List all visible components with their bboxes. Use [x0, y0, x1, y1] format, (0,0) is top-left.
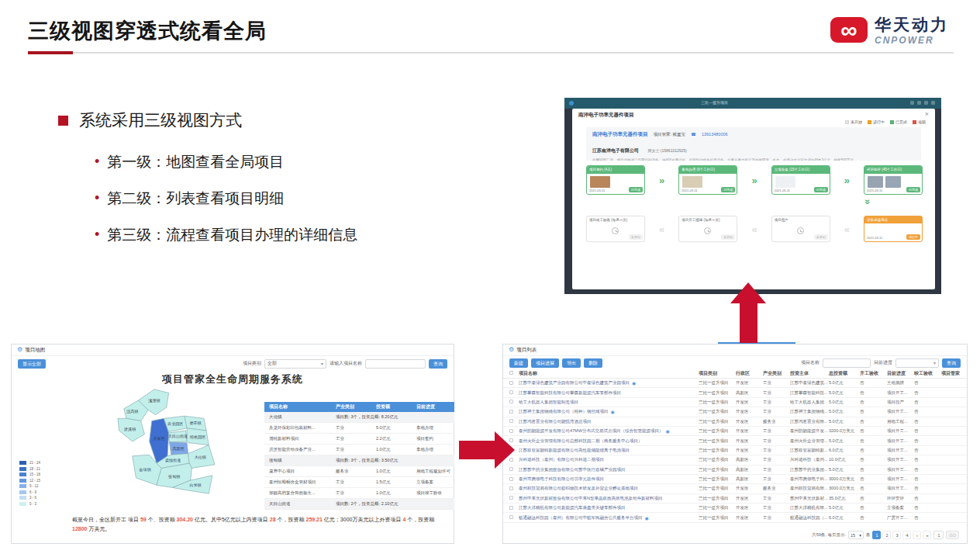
legend-swatch	[19, 473, 26, 476]
summary-segment: 个，投资额	[276, 517, 306, 522]
window-topbar-icons	[910, 101, 935, 105]
modal-title: 南洋电子功率元器件项目	[578, 112, 634, 119]
project-name-input[interactable]	[823, 358, 871, 368]
page-button[interactable]: 1	[872, 531, 881, 539]
search-button[interactable]: 查询	[429, 359, 447, 369]
project-name: 江苏苏中药业集团股份有限公司苏中医疗器械产业园项目	[519, 467, 626, 473]
table-row[interactable]: 江苏鸿君置业有限公司朗悦湾酒店项目 ◉ 三比一提升项目 开发区 服务业 江苏鸿君…	[503, 417, 967, 427]
manager-phone: 13913480006	[702, 132, 728, 137]
table-row[interactable]: 大伦镇 项目数: 3个，投资总额: 8.20亿元	[264, 412, 454, 423]
table-row[interactable]: 华丽高档复合饰面板生... 工业 1.0亿元 项目竣工验收	[264, 488, 454, 499]
table-row[interactable]: 泰州恒顺铜合金管材项目 工业 1.5亿元 立项备案	[264, 477, 454, 488]
stage-title: 立项备案 (15个工作日)	[772, 166, 830, 174]
project-name-link[interactable]: 南洋电子功率元器件项目	[592, 131, 648, 138]
table-row[interactable]: 洪沃智能劳动设备产业... 工业 1.0亿元 拿地办理	[264, 445, 454, 455]
chevron-left-icon: «	[737, 224, 771, 234]
row-checkbox[interactable]	[509, 515, 513, 519]
type-filter-select[interactable]: 全部 ▾	[264, 359, 326, 369]
table-row[interactable]: 江苏神王集团钢绳有限公司（特种）钢丝绳项目 ◉ 三比一提升项目 开发区 工业 江…	[503, 407, 967, 417]
stage-card[interactable]: 项目投产 未开始	[771, 216, 830, 242]
table-row[interactable]: 永龙环保彩印包装材料... 工业 5.0亿元 拿地办理	[264, 423, 454, 434]
eye-icon[interactable]: ◉	[645, 515, 649, 521]
page-button[interactable]: 2	[882, 531, 891, 539]
dot-bullet-icon: •	[95, 227, 99, 243]
project-manager: 项目管家: 戴星宝	[654, 132, 686, 137]
table-row[interactable]: 泰州市腾华电子科技有限公司功率元器件项目 ◉ 三比一提升项目 高新区 工业 泰州…	[503, 475, 967, 484]
stage-card[interactable]: 拿地办理 (6个工作日) 2021-03-11 已完成	[678, 165, 737, 195]
legend-range: 15 - 18	[29, 473, 40, 476]
table-row[interactable]: 江苏攀森智能科技有限公司攀森新能源汽车零部件项目 ◉ 三比一提升项目 高新区 工…	[503, 388, 967, 397]
table-row[interactable]: 江苏双登富朗特新能源有限公司高性能储能锂离子电池项目 ◉ 三比一提升项目 开发区…	[503, 446, 967, 455]
table-row[interactable]: 江苏中泰绿色建筑产业园有限公司中泰绿色建筑产业园项目 ◉ 三比一提升项目 开发区…	[503, 379, 967, 388]
gear-icon: ⚙	[509, 347, 514, 353]
table-row[interactable]: 泰州权技贸易有限公司纺织物技术研发及外贸企业孵化基地项目 ◉ 三比一提升项目 开…	[503, 484, 967, 493]
page-button[interactable]: 3	[892, 531, 901, 539]
progress-select[interactable]: ▾	[895, 358, 939, 368]
page-button[interactable]: 4	[902, 531, 911, 539]
stage-card[interactable]: 项目开工报建 (每月一次) 未开始	[678, 216, 737, 242]
action-button[interactable]: 导出	[562, 358, 581, 368]
table-row[interactable]	[264, 510, 454, 513]
row-checkbox[interactable]	[509, 506, 513, 510]
select-all-checkbox[interactable]	[509, 371, 513, 375]
row-checkbox[interactable]	[509, 400, 513, 403]
row-checkbox[interactable]	[509, 381, 513, 385]
svg-text:淤溪镇: 淤溪镇	[123, 427, 136, 432]
table-row[interactable]: 泰州火炬企业管理有限公司总部科技园二期（商务服务中心项目） ◉ 三比一提升项目 …	[503, 436, 967, 445]
page-jump-input[interactable]: 1	[933, 531, 944, 539]
stage-card[interactable]: 环评能评 (45个工作日) 2021-03-11 已完成	[864, 165, 923, 195]
action-button[interactable]: 项目进展	[531, 358, 559, 368]
table-row[interactable]: 江苏苏中药业集团股份有限公司苏中医疗器械产业园项目 ◉ 三比一提升项目 高新区 …	[503, 466, 967, 475]
table-row[interactable]: 泰州韵朗能源开发有限公司47MW分布式交易试点项目（综合智慧能源项目） ◉ 三比…	[503, 427, 967, 436]
table-row[interactable]: 哈工大机器人集团智能制造项目 ◉ 三比一提升项目 开发区 工业 哈工大机器人集团…	[503, 398, 967, 407]
stage-title: 项目签约 (4天)	[587, 166, 644, 174]
stage-card[interactable]: 项目签约 (4天) 2021-03-11 已完成	[586, 165, 645, 195]
close-icon[interactable]: ×	[925, 110, 929, 118]
row-checkbox[interactable]	[509, 486, 513, 490]
table-row[interactable]: 江苏大洋精机有限公司新能源汽车底盘类关键零部件项目 ◉ 三比一提升项目 开发区 …	[503, 504, 967, 513]
stage-photo	[682, 176, 702, 188]
row-checkbox[interactable]	[509, 410, 513, 414]
show-all-button[interactable]: 显示全部	[18, 359, 46, 369]
district-map[interactable]: 沈高镇 溱潼镇 淤溪镇 开发区 农业园区 娄庄镇 天目山街道 特色园区 高新区 …	[89, 383, 252, 514]
stage-status-badge: 未开始	[721, 234, 735, 240]
stage-card[interactable]: 立项备案 (15个工作日) 2021-03-11 已完成	[771, 165, 830, 195]
go-button[interactable]: GO	[946, 531, 959, 539]
table-row[interactable]: 兴科迪科技（泰州）有限公司兴科迪二期项目 ◉ 三比一提升项目 高新区 工业 兴科…	[503, 455, 967, 465]
eye-icon[interactable]: ◉	[632, 380, 636, 386]
action-button[interactable]: 新建	[509, 358, 528, 368]
table-row[interactable]: 天目山街道 项目数: 2个，投资总额: 2.10亿元	[264, 499, 454, 510]
search-button[interactable]: 查询	[942, 358, 961, 368]
svg-text:高新区: 高新区	[173, 446, 185, 451]
page-button[interactable]: »	[923, 531, 931, 539]
action-button[interactable]: 删除	[584, 358, 602, 368]
sub-bullet: • 第二级：列表查看项目明细	[95, 180, 357, 216]
row-checkbox[interactable]	[509, 477, 513, 481]
stage-card[interactable]: 设备进场调试 2021-03-11 进行中	[864, 216, 923, 242]
table-row[interactable]: 博特新材料项目 工业 2.2亿元 项目签约	[264, 434, 454, 445]
project-name-input[interactable]	[365, 359, 426, 369]
row-checkbox[interactable]	[509, 390, 513, 394]
legend-item: 3 - 6	[19, 496, 40, 500]
svg-text:娄庄镇: 娄庄镇	[189, 421, 202, 425]
stage-date: 2021-03-11	[682, 189, 697, 192]
eye-icon[interactable]: ◉	[611, 409, 615, 414]
page-size-select[interactable]: 15 ▾	[848, 531, 864, 539]
row-checkbox[interactable]	[509, 496, 513, 500]
legend-item: 21 - 24	[19, 461, 40, 465]
table-row[interactable]: 苏州中来光伏新材股份有限公司中来N型单晶双面高效电池及组件新材料项目 ◉ 三比一…	[503, 494, 967, 504]
stage-date: 2021-03-11	[589, 189, 605, 192]
table-row[interactable]: 航通融达科技园（泰州）有限公司中航军民融合公共服务平台项目 ◉ 三比一提升项目 …	[503, 513, 967, 522]
slide: 三级视图穿透式统看全局 ∞ 华天动力 CNPOWER 系统采用三级视图方式 • …	[0, 0, 980, 547]
stage-status-badge: 已完成	[906, 187, 920, 192]
stage-wrap: 环评能评 (45个工作日) 2021-03-11 已完成 »	[864, 165, 923, 195]
table-row[interactable]: 张甸镇 项目数: 3个，投资总额: 3.50亿元	[264, 455, 454, 466]
bullet-main-text: 系统采用三级视图方式	[79, 109, 242, 131]
page-buttons: 1234›»	[872, 531, 931, 539]
table-row[interactable]: 康养中心项目 服务业 1.0亿元 用地工程规划许可	[264, 466, 454, 477]
page-button[interactable]: ›	[913, 531, 921, 539]
row-checkbox[interactable]	[509, 419, 513, 423]
stage-card[interactable]: 项目竣工验收 (每月一次) 未开始	[586, 216, 645, 242]
eye-icon[interactable]: ◉	[665, 428, 669, 434]
clock-icon	[612, 227, 619, 234]
